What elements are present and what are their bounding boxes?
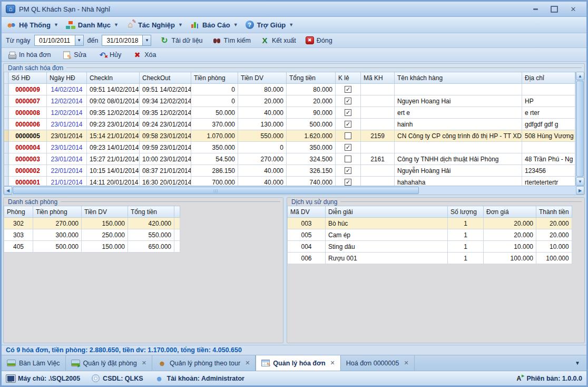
cell-ia-chi[interactable]: e rter <box>522 107 575 119</box>
cell-on-gia[interactable]: 10.000 <box>484 241 536 253</box>
cell-checkout[interactable]: 09:24 23/01/2014 <box>140 119 191 130</box>
tab-quan-ly-at-phong[interactable]: Quản lý đặt phòng✕ <box>66 355 152 371</box>
restore-button[interactable] <box>550 5 559 13</box>
cell-ten-khach-hang[interactable]: Công ty TNHH dịch thuật Hải Phòng <box>395 153 522 165</box>
cell-dien-giai[interactable]: Cam ép <box>326 229 448 241</box>
cell-so-luong[interactable]: 1 <box>448 229 484 241</box>
cell-tien-phong[interactable]: 500.000 <box>33 241 82 253</box>
ket-xuat-button[interactable]: Kết xuất <box>258 35 299 46</box>
cell-tong-tien[interactable]: 350.000 <box>287 142 336 153</box>
cell-checkout[interactable]: 09:58 23/01/2014 <box>140 130 191 142</box>
cell-tong-tien[interactable]: 1.620.000 <box>287 130 336 142</box>
col-header-tien-dv[interactable]: Tiền DV <box>238 72 287 84</box>
tab-close-icon[interactable]: ✕ <box>330 360 335 366</box>
cell-checkin[interactable]: 09:23 23/01/2014 <box>87 119 140 130</box>
close-button[interactable]: ✕ <box>569 5 578 13</box>
cell-tien-dv[interactable]: 130.000 <box>238 119 287 130</box>
checkbox-checked-icon[interactable] <box>345 121 351 128</box>
cell-k-le[interactable] <box>336 130 361 142</box>
cell-so-h[interactable]: 0000001 <box>9 177 47 186</box>
room-row[interactable]: 302270.000150.000420.000 <box>4 218 180 229</box>
invoice-row[interactable]: 000000914/02/201409:51 14/02/201409:51 1… <box>4 84 575 95</box>
cell-tong-tien[interactable]: 20.000 <box>287 95 336 107</box>
col-header-tien-phong[interactable]: Tiền phòng <box>33 206 82 218</box>
cell-checkin[interactable]: 09:51 14/02/2014 <box>87 84 140 95</box>
checkbox-checked-icon[interactable] <box>345 179 351 186</box>
tab-quan-ly-phong-theo-tour[interactable]: Quản lý phòng theo tour✕ <box>152 355 256 371</box>
cell-ma-kh[interactable] <box>361 119 395 130</box>
cell-tong-tien[interactable]: 324.500 <box>287 153 336 165</box>
cell-tien-dv[interactable]: 550.000 <box>238 130 287 142</box>
cell-ia-chi[interactable]: rtertetertertr <box>522 177 575 186</box>
cell-ia-chi[interactable] <box>522 84 575 95</box>
cell-ngay-h[interactable]: 23/01/2014 <box>47 119 87 130</box>
cell-tien-dv[interactable]: 150.000 <box>82 218 128 229</box>
cell-so-h[interactable]: 0000007 <box>9 95 47 107</box>
cell-so-h[interactable]: 0000006 <box>9 119 47 130</box>
cell-checkin[interactable]: 15:14 21/01/2014 <box>87 130 140 142</box>
cell-ngay-h[interactable]: 12/02/2014 <box>47 95 87 107</box>
vscroll-thumb[interactable] <box>576 81 584 177</box>
cell-checkout[interactable]: 16:30 20/01/2014 <box>140 177 191 186</box>
col-header-ma-dv[interactable]: Mã DV <box>288 206 326 218</box>
cell-tong-tien[interactable]: 80.000 <box>287 84 336 95</box>
checkbox-checked-icon[interactable] <box>345 109 351 116</box>
cell-ia-chi[interactable]: gdfgdf gdf g <box>522 119 575 130</box>
cell-ia-chi[interactable]: 123456 <box>522 165 575 177</box>
cell-ma-kh[interactable] <box>361 107 395 119</box>
tim-kiem-button[interactable]: Tìm kiếm <box>210 35 253 46</box>
invoice-hscrollbar[interactable]: ◀ ||| ▶ <box>4 186 584 195</box>
cell-ma-dv[interactable]: 003 <box>288 218 326 229</box>
invoice-row[interactable]: 000000623/01/201409:23 23/01/201409:24 2… <box>4 119 575 130</box>
cell-checkout[interactable]: 09:34 12/02/2014 <box>140 95 191 107</box>
cell-tien-phong[interactable]: 54.500 <box>191 153 238 165</box>
cell-checkout[interactable]: 09:51 14/02/2014 <box>140 84 191 95</box>
service-row[interactable]: 003Bò húc120.00020.000 <box>288 218 572 229</box>
cell-ten-khach-hang[interactable]: hahahaha <box>395 177 522 186</box>
col-header-checkin[interactable]: CheckIn <box>87 72 140 84</box>
cell-blank[interactable] <box>174 218 180 229</box>
invoice-row[interactable]: 000000523/01/201415:14 21/01/201409:58 2… <box>4 130 575 142</box>
menu-tac-nghiep[interactable]: Tác Nghiệp▼ <box>126 21 183 29</box>
cell-tien-dv[interactable]: 40.000 <box>238 177 287 186</box>
cell-k-le[interactable] <box>336 84 361 95</box>
cell-checkin[interactable]: 15:27 21/01/2014 <box>87 153 140 165</box>
menu-danh-muc[interactable]: Danh Mục▼ <box>66 21 119 29</box>
room-row[interactable]: 303300.000250.000550.000 <box>4 229 180 241</box>
invoice-row[interactable]: 000000423/01/201409:23 14/01/201409:59 2… <box>4 142 575 153</box>
cell-thanh-tien[interactable]: 20.000 <box>536 229 572 241</box>
cell-ma-kh[interactable]: 2159 <box>361 130 395 142</box>
scroll-right-icon[interactable]: ▶ <box>576 186 584 195</box>
cell-ten-khach-hang[interactable] <box>395 84 522 95</box>
tab-hoa-on-0000005[interactable]: Hoá đơn 0000005✕ <box>341 355 415 371</box>
checkbox-checked-icon[interactable] <box>345 98 351 104</box>
cell-tien-phong[interactable]: 300.000 <box>33 229 82 241</box>
col-header-so-luong[interactable]: Số lượng <box>448 206 484 218</box>
cell-k-le[interactable] <box>336 142 361 153</box>
cell-so-h[interactable]: 0000008 <box>9 107 47 119</box>
cell-tien-phong[interactable]: 0 <box>191 84 238 95</box>
cell-so-h[interactable]: 0000002 <box>9 165 47 177</box>
cell-k-le[interactable] <box>336 153 361 165</box>
huy-button[interactable]: Hủy <box>95 50 124 60</box>
scroll-down-icon[interactable]: ▼ <box>576 177 584 186</box>
cell-tien-dv[interactable]: 80.000 <box>238 84 287 95</box>
cell-checkout[interactable]: 09:35 12/02/2014 <box>140 107 191 119</box>
cell-tien-dv[interactable]: 270.000 <box>238 153 287 165</box>
col-header-k-le[interactable]: K lẻ <box>336 72 361 84</box>
cell-ma-dv[interactable]: 004 <box>288 241 326 253</box>
tab-close-icon[interactable]: ✕ <box>245 360 250 366</box>
col-header-dien-giai[interactable]: Diễn giải <box>326 206 448 218</box>
checkbox-checked-icon[interactable] <box>345 86 351 93</box>
cell-phong[interactable]: 405 <box>4 241 33 253</box>
col-header-tien-phong[interactable]: Tiền phòng <box>191 72 238 84</box>
col-header-tien-dv[interactable]: Tiền DV <box>82 206 128 218</box>
service-row[interactable]: 005Cam ép120.00020.000 <box>288 229 572 241</box>
cell-tien-phong[interactable]: 1.070.000 <box>191 130 238 142</box>
col-header-thanh-tien[interactable]: Thành tiền <box>536 206 572 218</box>
tab-close-icon[interactable]: ✕ <box>142 360 146 366</box>
cell-checkout[interactable]: 09:59 23/01/2014 <box>140 142 191 153</box>
col-header-tong-tien[interactable]: Tổng tiền <box>128 206 174 218</box>
cell-ma-dv[interactable]: 005 <box>288 229 326 241</box>
invoice-row[interactable]: 000000222/01/201410:15 14/01/201408:37 2… <box>4 165 575 177</box>
